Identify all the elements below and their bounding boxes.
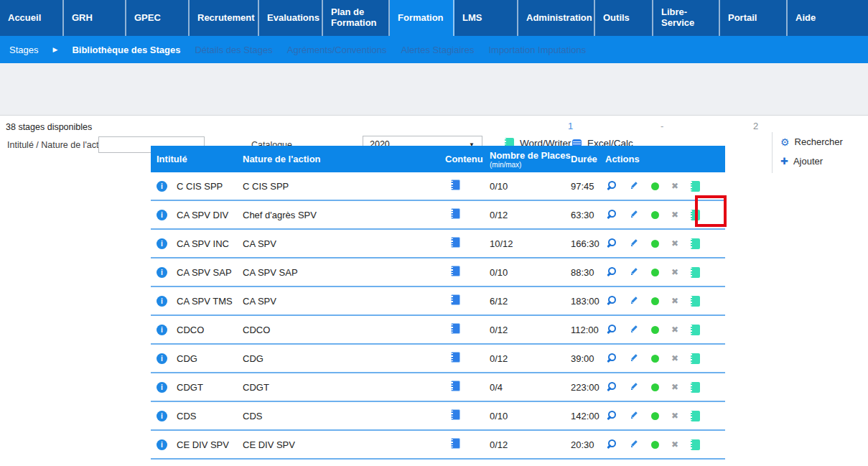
info-icon[interactable]: i — [157, 353, 167, 364]
nav-tab-gpec[interactable]: GPEC — [126, 0, 190, 36]
active-status-icon[interactable] — [651, 297, 659, 305]
nav-tab-libre-service[interactable]: Libre-Service — [653, 0, 720, 36]
nav-tab-formation[interactable]: Formation — [390, 0, 454, 36]
magnifier-icon[interactable] — [607, 181, 617, 191]
word-export-icon[interactable] — [691, 411, 700, 421]
stage-places: 0/4 — [490, 382, 571, 393]
active-status-icon[interactable] — [651, 211, 659, 219]
pencil-edit-icon[interactable] — [629, 267, 639, 277]
table-row: iCDSCDS0/10142:00✖ — [151, 402, 725, 431]
pencil-edit-icon[interactable] — [629, 296, 639, 306]
info-icon[interactable]: i — [157, 267, 167, 278]
word-export-icon[interactable] — [691, 439, 700, 450]
nav-tab-plan-de-formation[interactable]: Plan de Formation — [323, 0, 390, 36]
delete-x-icon[interactable]: ✖ — [671, 411, 678, 420]
word-export-icon[interactable] — [691, 382, 700, 393]
pencil-edit-icon[interactable] — [629, 411, 639, 421]
subnav-item-agr-ments-conventions[interactable]: Agréments/Conventions — [287, 45, 387, 55]
magnifier-icon[interactable] — [607, 267, 617, 277]
content-doc-icon[interactable] — [451, 266, 460, 276]
stage-duree: 223:00 — [571, 382, 605, 393]
delete-x-icon[interactable]: ✖ — [671, 182, 678, 190]
content-doc-icon[interactable] — [451, 180, 460, 190]
delete-x-icon[interactable]: ✖ — [671, 268, 678, 276]
active-status-icon[interactable] — [651, 326, 659, 334]
nav-tab-evaluations[interactable]: Evaluations — [259, 0, 323, 36]
pencil-edit-icon[interactable] — [629, 210, 639, 220]
nav-tab-label: GRH — [72, 13, 93, 24]
nav-tab-aide[interactable]: Aide — [788, 0, 851, 36]
info-icon[interactable]: i — [157, 439, 167, 450]
magnifier-icon[interactable] — [607, 210, 617, 220]
info-icon[interactable]: i — [157, 382, 167, 393]
delete-x-icon[interactable]: ✖ — [671, 354, 678, 363]
active-status-icon[interactable] — [651, 269, 659, 276]
content-doc-icon[interactable] — [451, 409, 460, 420]
search-button[interactable]: ⚙ Rechercher — [780, 136, 843, 147]
magnifier-icon[interactable] — [607, 238, 617, 248]
word-export-icon[interactable] — [691, 325, 700, 335]
content-doc-icon[interactable] — [451, 438, 460, 449]
content-doc-icon[interactable] — [451, 208, 460, 219]
info-icon[interactable]: i — [157, 411, 167, 421]
delete-x-icon[interactable]: ✖ — [671, 440, 678, 449]
magnifier-icon[interactable] — [607, 325, 617, 335]
nav-tab-grh[interactable]: GRH — [64, 0, 126, 36]
word-export-icon[interactable] — [691, 267, 700, 278]
word-export-icon[interactable] — [691, 181, 700, 192]
stage-intitule: CDG — [177, 353, 197, 364]
nav-tab-recrutement[interactable]: Recrutement — [190, 0, 259, 36]
nav-tab-portail[interactable]: Portail — [720, 0, 788, 36]
active-status-icon[interactable] — [651, 240, 659, 248]
subnav-item-alertes-stagiaires[interactable]: Alertes Stagiaires — [401, 45, 475, 55]
subnav-item-d-tails-des-stages[interactable]: Détails des Stages — [195, 45, 272, 55]
info-icon[interactable]: i — [157, 210, 167, 220]
col-intitule: Intitulé — [151, 154, 243, 164]
word-export-icon[interactable] — [691, 296, 700, 307]
delete-x-icon[interactable]: ✖ — [671, 239, 678, 248]
word-export-icon[interactable] — [691, 238, 700, 249]
word-export-icon[interactable] — [691, 353, 700, 364]
content-doc-icon[interactable] — [451, 381, 460, 391]
add-button[interactable]: ✚ Ajouter — [780, 156, 823, 167]
content-doc-icon[interactable] — [451, 237, 460, 248]
active-status-icon[interactable] — [651, 412, 659, 420]
content-doc-icon[interactable] — [451, 352, 460, 363]
magnifier-icon[interactable] — [607, 353, 617, 363]
info-icon[interactable]: i — [157, 325, 167, 335]
nav-tab-outils[interactable]: Outils — [595, 0, 653, 36]
delete-x-icon[interactable]: ✖ — [671, 297, 678, 305]
delete-x-icon[interactable]: ✖ — [671, 325, 678, 334]
content-doc-icon[interactable] — [451, 294, 460, 305]
pencil-edit-icon[interactable] — [629, 382, 639, 392]
magnifier-icon[interactable] — [607, 382, 617, 392]
info-icon[interactable]: i — [157, 296, 167, 307]
pencil-edit-icon[interactable] — [629, 325, 639, 335]
active-status-icon[interactable] — [651, 355, 659, 363]
subnav-item-biblioth-que-des-stages[interactable]: Bibliothèque des Stages — [72, 45, 180, 55]
info-icon[interactable]: i — [157, 181, 167, 192]
pencil-edit-icon[interactable] — [629, 181, 639, 191]
active-status-icon[interactable] — [651, 383, 659, 391]
pencil-edit-icon[interactable] — [629, 238, 639, 248]
delete-x-icon[interactable]: ✖ — [671, 210, 678, 219]
col-actions: Actions — [605, 154, 725, 164]
active-status-icon[interactable] — [651, 441, 659, 449]
word-export-icon[interactable] — [691, 210, 700, 220]
subnav-item-stages[interactable]: Stages — [9, 45, 38, 55]
content-doc-icon[interactable] — [451, 323, 460, 334]
delete-x-icon[interactable]: ✖ — [671, 383, 678, 391]
pencil-edit-icon[interactable] — [629, 439, 639, 449]
pencil-edit-icon[interactable] — [629, 353, 639, 363]
pagination-page-2[interactable]: 2 — [753, 121, 758, 131]
active-status-icon[interactable] — [651, 182, 659, 190]
nav-tab-lms[interactable]: LMS — [454, 0, 518, 36]
pagination-page-1[interactable]: 1 — [568, 121, 573, 131]
nav-tab-administration[interactable]: Administration — [518, 0, 595, 36]
magnifier-icon[interactable] — [607, 296, 617, 306]
magnifier-icon[interactable] — [607, 439, 617, 449]
subnav-item-importation-imputations[interactable]: Importation Imputations — [488, 45, 586, 55]
nav-tab-accueil[interactable]: Accueil — [0, 0, 64, 36]
magnifier-icon[interactable] — [607, 411, 617, 421]
info-icon[interactable]: i — [157, 238, 167, 249]
